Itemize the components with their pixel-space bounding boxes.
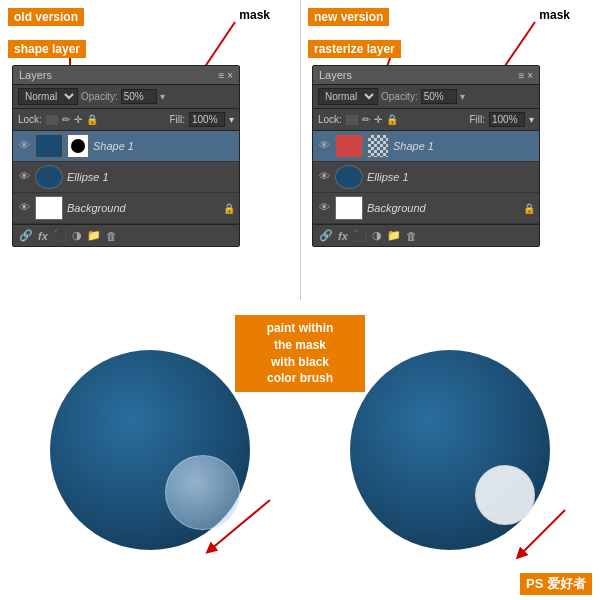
fill-input-right[interactable] — [489, 112, 525, 127]
right-circle-container — [350, 350, 550, 550]
svg-rect-9 — [336, 135, 363, 158]
bottom-half: paint withinthe maskwith blackcolor brus… — [0, 300, 600, 600]
mask-thumb-shape1-left — [67, 134, 89, 158]
layer-shape1-left[interactable]: 👁 Shape 1 — [13, 131, 239, 162]
blend-mode-select-right[interactable]: Normal — [318, 88, 378, 105]
paint-icon-left: ✏ — [62, 114, 70, 125]
layers-footer-left: 🔗 fx ⬛ ◑ 📁 🗑 — [13, 224, 239, 246]
layer-ellipse1-right[interactable]: 👁 Ellipse 1 — [313, 162, 539, 193]
dropdown-icon-left[interactable]: ▾ — [160, 91, 165, 102]
folder-btn-right[interactable]: 📁 — [387, 229, 401, 242]
trash-btn-right[interactable]: 🗑 — [406, 230, 417, 242]
fill-input-left[interactable] — [189, 112, 225, 127]
panel-controls-left[interactable]: ≡ × — [219, 70, 233, 81]
mask-btn-left[interactable]: ⬛ — [53, 229, 67, 242]
adj-btn-left[interactable]: ◑ — [72, 229, 82, 242]
fx-icon-right[interactable]: fx — [338, 230, 348, 242]
eye-shape1-right[interactable]: 👁 — [317, 139, 331, 153]
blend-mode-row-right: Normal Opacity: ▾ — [313, 85, 539, 109]
opacity-label-right: Opacity: — [381, 91, 418, 102]
folder-btn-left[interactable]: 📁 — [87, 229, 101, 242]
layer-shape1-right[interactable]: 👁 Shape 1 — [313, 131, 539, 162]
dropdown-icon-right[interactable]: ▾ — [460, 91, 465, 102]
old-version-label: old version — [8, 8, 84, 26]
eye-background-right[interactable]: 👁 — [317, 201, 331, 215]
lock-background-right: 🔒 — [523, 203, 535, 214]
link-icon-right[interactable]: 🔗 — [319, 229, 333, 242]
lock-fill-row-right: Lock: ✏ ✛ 🔒 Fill: ▾ — [313, 109, 539, 131]
trash-btn-left[interactable]: 🗑 — [106, 230, 117, 242]
layer-name-background-left: Background — [67, 202, 126, 214]
mask-label-left: mask — [239, 8, 270, 22]
thumb-background-left — [35, 196, 63, 220]
right-cutout-circle — [475, 465, 535, 525]
new-version-label: new version — [308, 8, 389, 26]
opacity-label-left: Opacity: — [81, 91, 118, 102]
panel-controls-right[interactable]: ≡ × — [519, 70, 533, 81]
left-circle-container — [50, 350, 250, 550]
layers-header-left: Layers ≡ × — [13, 66, 239, 85]
move-icon-right: ✛ — [374, 114, 382, 125]
left-panel: old version mask shape layer — [0, 0, 300, 300]
eye-background-left[interactable]: 👁 — [17, 201, 31, 215]
ps-watermark: PS 爱好者 — [520, 573, 592, 595]
lock-lock-icon-left: 🔒 — [86, 114, 98, 125]
fx-icon-left[interactable]: fx — [38, 230, 48, 242]
layer-name-ellipse1-right: Ellipse 1 — [367, 171, 409, 183]
eye-ellipse1-right[interactable]: 👁 — [317, 170, 331, 184]
eye-shape1-left[interactable]: 👁 — [17, 139, 31, 153]
layer-name-shape1-right: Shape 1 — [393, 140, 434, 152]
layers-panel-left: Layers ≡ × Normal Opacity: ▾ Lock: ✏ ✛ 🔒… — [12, 65, 240, 247]
thumb-ellipse1-right — [335, 165, 363, 189]
left-cutout-circle — [165, 455, 240, 530]
mask-btn-right[interactable]: ⬛ — [353, 229, 367, 242]
blend-mode-row-left: Normal Opacity: ▾ — [13, 85, 239, 109]
paint-icon-right: ✏ — [362, 114, 370, 125]
opacity-input-right[interactable] — [421, 89, 457, 104]
mask-thumb-shape1-right — [367, 134, 389, 158]
top-half: old version mask shape layer — [0, 0, 600, 300]
svg-rect-4 — [36, 135, 63, 158]
layer-name-shape1-left: Shape 1 — [93, 140, 134, 152]
layer-background-right[interactable]: 👁 Background 🔒 — [313, 193, 539, 224]
layer-name-background-right: Background — [367, 202, 426, 214]
lock-fill-row-left: Lock: ✏ ✛ 🔒 Fill: ▾ — [13, 109, 239, 131]
lock-icon-right — [346, 115, 358, 125]
layer-name-ellipse1-left: Ellipse 1 — [67, 171, 109, 183]
opacity-input-left[interactable] — [121, 89, 157, 104]
lock-lock-icon-right: 🔒 — [386, 114, 398, 125]
move-icon-left: ✛ — [74, 114, 82, 125]
lock-icon-left — [46, 115, 58, 125]
layer-background-left[interactable]: 👁 Background 🔒 — [13, 193, 239, 224]
layers-panel-right: Layers ≡ × Normal Opacity: ▾ Lock: ✏ ✛ 🔒… — [312, 65, 540, 247]
paint-label: paint withinthe maskwith blackcolor brus… — [235, 315, 365, 392]
thumb-background-right — [335, 196, 363, 220]
lock-background-left: 🔒 — [223, 203, 235, 214]
right-panel: new version mask rasterize layer — [300, 0, 600, 300]
thumb-shape1-right — [335, 134, 363, 158]
adj-btn-right[interactable]: ◑ — [372, 229, 382, 242]
blend-mode-select-left[interactable]: Normal — [18, 88, 78, 105]
layer-ellipse1-left[interactable]: 👁 Ellipse 1 — [13, 162, 239, 193]
link-icon-left[interactable]: 🔗 — [19, 229, 33, 242]
rasterize-layer-label: rasterize layer — [308, 40, 401, 58]
thumb-ellipse1-left — [35, 165, 63, 189]
right-big-circle — [350, 350, 550, 550]
mask-label-right: mask — [539, 8, 570, 22]
shape-layer-label: shape layer — [8, 40, 86, 58]
thumb-shape1-left — [35, 134, 63, 158]
left-big-circle — [50, 350, 250, 550]
center-divider — [300, 0, 301, 300]
layers-footer-right: 🔗 fx ⬛ ◑ 📁 🗑 — [313, 224, 539, 246]
layers-header-right: Layers ≡ × — [313, 66, 539, 85]
eye-ellipse1-left[interactable]: 👁 — [17, 170, 31, 184]
